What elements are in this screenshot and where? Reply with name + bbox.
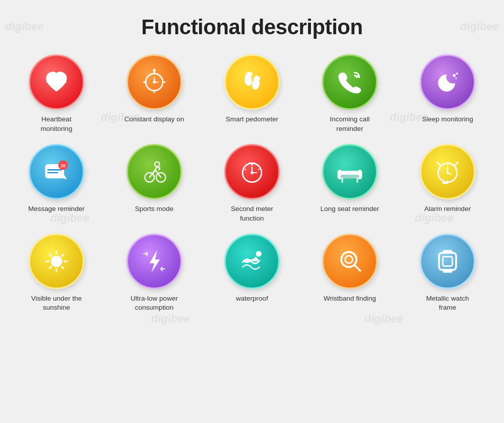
svg-point-58: [256, 251, 262, 256]
watermark: digibee: [5, 20, 44, 33]
alarm-label: Alarm reminder: [424, 204, 471, 214]
watermark: digibee: [460, 20, 499, 33]
sports-label: Sports mode: [135, 204, 174, 214]
sleep-icon: [432, 67, 463, 97]
svg-line-52: [61, 266, 64, 268]
display-label: Constant display on: [124, 115, 184, 124]
svg-line-31: [244, 169, 246, 170]
feature-call: Incoming call reminder: [303, 54, 396, 134]
wristband-label: Wristband finding: [324, 294, 376, 304]
pedometer-icon-circle: [224, 54, 280, 110]
watermark: digibee: [364, 312, 403, 325]
svg-point-28: [250, 171, 254, 174]
svg-marker-55: [150, 250, 160, 272]
features-grid: Heartbeat monitoring Constant display on: [10, 54, 494, 313]
feature-metallic: Metallic watch frame: [401, 234, 494, 313]
feature-sunshine: Visible under the sunshine: [10, 234, 103, 313]
power-icon-circle: [127, 234, 182, 289]
feature-pedometer: Smart pedometer: [206, 54, 298, 134]
pedometer-icon: [237, 67, 267, 97]
feature-longseat: Long seat reminder: [303, 144, 396, 224]
svg-point-6: [153, 69, 156, 72]
metallic-icon: [432, 246, 463, 276]
metallic-icon-circle: [420, 234, 475, 289]
sleep-label: Sleep monitoring: [422, 115, 473, 124]
svg-rect-62: [439, 253, 456, 270]
metallic-label: Metallic watch frame: [417, 294, 478, 313]
longseat-icon: [335, 157, 365, 187]
second-icon: [237, 157, 267, 187]
second-icon-circle: [224, 144, 280, 199]
svg-point-41: [447, 171, 449, 174]
feature-power: Ultra-low power consumption: [108, 234, 201, 313]
sports-icon-circle: [127, 144, 182, 199]
longseat-icon-circle: [322, 144, 377, 199]
power-label: Ultra-low power consumption: [124, 294, 184, 313]
svg-rect-65: [443, 269, 453, 273]
heartbeat-icon-circle: [29, 54, 84, 110]
longseat-label: Long seat reminder: [321, 204, 379, 214]
display-icon-circle: [127, 54, 182, 110]
svg-point-60: [345, 255, 353, 263]
second-label: Second meter function: [222, 204, 282, 224]
svg-rect-35: [340, 174, 359, 178]
svg-point-16: [456, 73, 458, 75]
feature-second: Second meter function: [206, 144, 298, 224]
svg-line-54: [49, 266, 51, 268]
svg-point-21: [155, 162, 159, 166]
call-icon-circle: [322, 54, 377, 110]
wristband-icon: [335, 246, 365, 276]
heartbeat-icon: [41, 67, 72, 97]
feature-sleep: Sleep monitoring: [401, 54, 494, 134]
feature-waterproof: waterproof: [206, 234, 298, 313]
feature-display: Constant display on: [108, 54, 201, 134]
heartbeat-label: Heartbeat monitoring: [26, 115, 87, 134]
svg-text:20: 20: [60, 163, 66, 168]
svg-rect-64: [443, 250, 453, 254]
svg-line-51: [49, 254, 51, 256]
power-icon: [139, 246, 169, 276]
alarm-icon-circle: [420, 144, 475, 199]
wristband-icon-circle: [322, 234, 377, 289]
svg-line-30: [258, 169, 260, 170]
feature-alarm: Alarm reminder: [401, 144, 494, 224]
waterproof-icon-circle: [224, 234, 280, 289]
svg-point-46: [51, 255, 62, 267]
message-icon: 20: [41, 157, 72, 187]
alarm-icon: [432, 157, 463, 187]
waterproof-label: waterproof: [236, 294, 268, 304]
feature-wristband: Wristband finding: [303, 234, 396, 313]
message-icon-circle: 20: [29, 144, 84, 199]
watermark: digibee: [151, 312, 190, 325]
pedometer-label: Smart pedometer: [226, 115, 278, 124]
message-label: Message reminder: [28, 204, 85, 214]
svg-line-61: [354, 265, 360, 270]
call-icon: [335, 67, 365, 97]
sunshine-icon: [41, 246, 72, 276]
svg-rect-63: [443, 256, 453, 266]
sports-icon: [139, 157, 169, 187]
svg-point-15: [453, 74, 456, 77]
svg-line-53: [61, 254, 64, 256]
display-icon: [139, 67, 169, 97]
feature-sports: Sports mode: [108, 144, 201, 224]
sleep-icon-circle: [420, 54, 475, 110]
waterproof-icon: [237, 246, 267, 276]
page-title: Functional description: [141, 15, 362, 39]
feature-message: 20 Message reminder: [10, 144, 103, 224]
call-label: Incoming call reminder: [320, 115, 380, 134]
svg-point-17: [455, 78, 457, 79]
sunshine-label: Visible under the sunshine: [26, 294, 87, 313]
sunshine-icon-circle: [29, 234, 84, 289]
feature-heartbeat: Heartbeat monitoring: [10, 54, 103, 134]
